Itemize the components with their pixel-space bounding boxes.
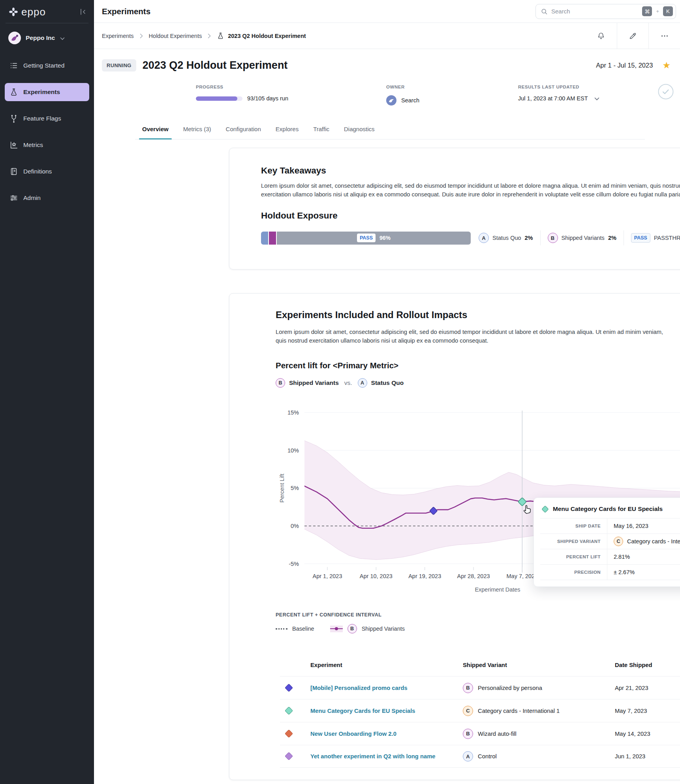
logo-text: eppo (21, 6, 46, 18)
sidebar-item-feature-flags[interactable]: Feature Flags (5, 109, 89, 128)
sidebar-item-metrics[interactable]: Metrics (5, 136, 89, 154)
key-takeaways-body: Lorem ipsum dolor sit amet, consectetur … (261, 181, 680, 199)
org-switcher[interactable]: Peppo Inc (0, 23, 94, 45)
org-avatar (8, 31, 21, 45)
owner-label: OWNER (386, 85, 419, 89)
experiment-link[interactable]: New User Onboarding Flow 2.0 (310, 731, 396, 737)
notifications-bell-button[interactable] (585, 23, 617, 49)
page-actions (585, 23, 680, 49)
hand-cursor-icon (523, 503, 533, 514)
sidebar-item-label: Admin (23, 194, 41, 202)
rollout-body: Lorem ipsum dolor sit amet, consectetur … (276, 328, 674, 345)
key-takeaways-card: Key Takeaways Lorem ipsum dolor sit amet… (229, 148, 680, 270)
tooltip-row-label: PRECISION (540, 565, 607, 580)
sidebar-item-getting-started[interactable]: Getting Started (5, 57, 89, 75)
date-shipped-cell: May 7, 2023 (615, 708, 647, 714)
chevron-down-icon (594, 97, 599, 101)
variant-c-circle: C (614, 537, 623, 546)
shipped-variant-cell: AControl (463, 751, 497, 761)
more-options-button[interactable] (648, 23, 680, 49)
tooltip-header: Menu Category Cards for EU Specials (534, 498, 680, 518)
tab-traffic[interactable]: Traffic (313, 126, 329, 139)
checks-block: All checks passed Open Diagnostics (658, 84, 680, 113)
key-takeaways-title: Key Takeaways (261, 166, 680, 176)
tooltip-table: SHIP DATEMay 16, 2023SHIPPED VARIANTCCat… (540, 518, 680, 580)
table-row[interactable]: [Mobile] Personalized promo cardsBPerson… (280, 676, 680, 699)
sidebar-item-label: Definitions (23, 168, 52, 175)
holdout-exposure-title: Holdout Exposure (261, 211, 680, 221)
tooltip-row: SHIPPED VARIANTCCategory cards - Interna… (540, 534, 680, 549)
sliders-icon (9, 194, 18, 202)
variant-b-circle: B (463, 683, 473, 693)
legend-passthrough: PASS PASSTHROUGH 96% (631, 233, 680, 243)
sidebar-item-experiments[interactable]: Experiments (5, 83, 89, 101)
search-input[interactable] (551, 8, 639, 15)
bar-segment-passthrough: PASS96% (277, 232, 471, 245)
edit-pencil-button[interactable] (617, 23, 648, 49)
tooltip-row-label: SHIPPED VARIANT (540, 534, 607, 549)
legend-label: Status Quo (492, 235, 521, 241)
rollout-title: Experiments Included and Rollout Impacts (276, 309, 680, 320)
teal-diamond-icon (541, 505, 549, 513)
variant-a-circle: A (358, 378, 367, 388)
table-row[interactable]: Menu Category Cards for EU SpecialsCCate… (280, 699, 680, 722)
table-row[interactable]: Yet another experiment in Q2 with long n… (280, 745, 680, 768)
favorite-star-icon[interactable]: ★ (662, 61, 671, 70)
tab-overview[interactable]: Overview (142, 126, 169, 139)
search-box[interactable]: ⌘ + K (535, 4, 676, 19)
svg-text:Percent Lift: Percent Lift (279, 474, 285, 503)
tooltip-row-label: SHIP DATE (540, 518, 607, 533)
tooltip-row-label: PERCENT LIFT (540, 549, 607, 564)
experiment-link[interactable]: Yet another experiment in Q2 with long n… (310, 753, 436, 760)
owner-block: OWNER Search (386, 85, 419, 106)
svg-text:-5%: -5% (289, 561, 299, 567)
baseline-label: Baseline (292, 626, 314, 632)
kbd-plus: + (656, 8, 659, 14)
branch-icon (9, 114, 18, 123)
breadcrumb-current-label: 2023 Q2 Holdout Experiment (228, 33, 306, 39)
sidebar-collapse-icon[interactable] (79, 8, 87, 16)
sidebar-item-admin[interactable]: Admin (5, 189, 89, 207)
star-chart-icon (9, 141, 18, 149)
eppo-logo: eppo (9, 6, 79, 18)
bar-segment-shipped-variants (269, 232, 276, 245)
legend-value: 2% (608, 235, 616, 241)
svg-text:Experiment Dates: Experiment Dates (475, 586, 520, 593)
sidebar-item-definitions[interactable]: Definitions (5, 162, 89, 181)
breadcrumb-holdout-experiments[interactable]: Holdout Experiments (149, 33, 202, 39)
org-name: Peppo Inc (26, 34, 55, 41)
flask-icon (9, 88, 18, 96)
experiment-title-row: RUNNING 2023 Q2 Holdout Experiment Apr 1… (94, 49, 680, 81)
tab-diagnostics[interactable]: Diagnostics (344, 126, 375, 139)
experiments-table: Experiment Shipped Variant Date Shipped … (280, 654, 680, 768)
tab-explores[interactable]: Explores (276, 126, 299, 139)
experiment-date-range: Apr 1 - Jul 15, 2023 (596, 62, 653, 69)
svg-text:Apr 28, 2023: Apr 28, 2023 (457, 573, 490, 579)
tooltip-row-value: ± 2.67% (607, 565, 635, 580)
breadcrumb-row: Experiments Holdout Experiments 2023 Q2 … (94, 23, 680, 49)
tooltip-row-value: CCategory cards - International 1 (607, 534, 680, 549)
tooltip-row: PRECISION± 2.67% (540, 565, 680, 580)
legend-divider (540, 230, 541, 245)
variant-b-circle: B (463, 729, 473, 739)
flower-icon (9, 7, 18, 17)
results-updated-dropdown[interactable]: Jul 1, 2023 at 7:00 AM EST (518, 95, 599, 102)
table-row[interactable]: New User Onboarding Flow 2.0BWizard auto… (280, 722, 680, 745)
tab-metrics-3-[interactable]: Metrics (3) (183, 126, 211, 139)
status-badge: RUNNING (102, 59, 136, 72)
tab-configuration[interactable]: Configuration (226, 126, 261, 139)
sidebar-item-label: Metrics (23, 141, 43, 149)
header-shipped-variant: Shipped Variant (463, 662, 507, 668)
chart-legend-title: PERCENT LIFT + CONFIDENCE INTERVAL (276, 612, 405, 618)
shipped-variant-cell: CCategory cards - International 1 (463, 706, 560, 716)
svg-text:Apr 10, 2023: Apr 10, 2023 (360, 573, 393, 579)
experiment-link[interactable]: [Mobile] Personalized promo cards (310, 685, 408, 691)
experiment-diamond-icon (285, 752, 293, 760)
tooltip-row: PERCENT LIFT2.81% (540, 549, 680, 565)
progress-bar (196, 96, 242, 101)
baseline-dotted-swatch (276, 628, 287, 629)
date-shipped-cell: Jun 1, 2023 (615, 753, 645, 760)
shipped-variant-cell: BPersonalized by persona (463, 683, 542, 693)
experiment-link[interactable]: Menu Category Cards for EU Specials (310, 708, 415, 714)
breadcrumb-experiments[interactable]: Experiments (102, 33, 134, 39)
